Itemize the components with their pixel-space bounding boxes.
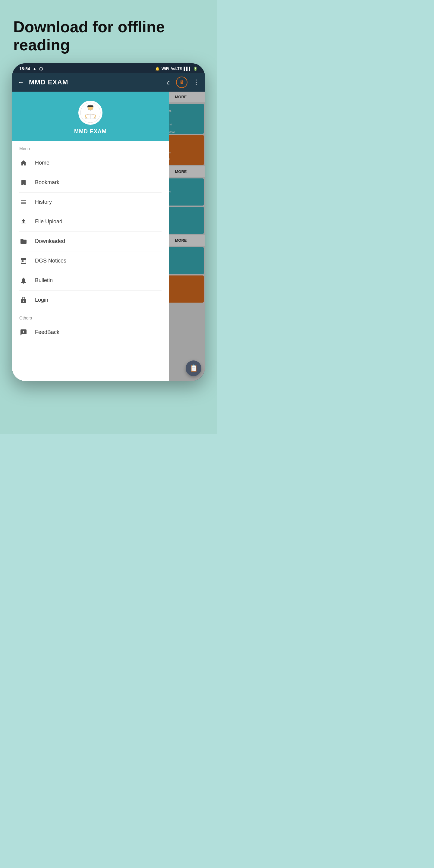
menu-label-bulletin: Bulletin <box>35 277 53 284</box>
volte-icon: VoLTE <box>171 67 182 71</box>
drawer-title: MMD EXAM <box>74 128 107 135</box>
app-bar-title: MMD EXAM <box>29 79 162 86</box>
page-background: Download for offline reading 18:54 ▲ ⬡ 🔔… <box>0 0 217 434</box>
app-bar-icons: ⌕ ♛ ⋮ <box>167 76 199 88</box>
menu-section-label: Menu <box>12 141 169 153</box>
menu-label-home: Home <box>35 160 50 166</box>
bell-icon <box>19 276 28 285</box>
drawer-body: Menu Home Bookmark <box>12 141 169 381</box>
lock-icon <box>19 296 28 304</box>
fab-icon: 📋 <box>190 364 198 372</box>
navigation-drawer: MMD EXAM Menu Home <box>12 92 169 381</box>
menu-item-bookmark[interactable]: Bookmark <box>12 173 169 192</box>
headline: Download for offline reading <box>0 12 217 63</box>
menu-item-history[interactable]: History <box>12 193 169 212</box>
menu-item-downloaded[interactable]: Downloaded <box>12 232 169 251</box>
menu-item-dgs-notices[interactable]: DGS Notices <box>12 251 169 271</box>
search-button[interactable]: ⌕ <box>167 79 170 86</box>
time-display: 18:54 <box>19 66 30 71</box>
main-area: MORE se II hkeeping,dling &nciesDPaper S… <box>12 92 205 381</box>
app-bar: ← MMD EXAM ⌕ ♛ ⋮ <box>12 73 205 92</box>
status-bar: 18:54 ▲ ⬡ 🔔 WiFi VoLTE ▌▌▌ 🔋 <box>12 63 205 73</box>
crown-icon: ♛ <box>179 79 184 86</box>
home-icon <box>19 159 28 167</box>
more-options-button[interactable]: ⋮ <box>193 79 199 86</box>
logo-svg <box>80 102 101 123</box>
menu-item-bulletin[interactable]: Bulletin <box>12 271 169 290</box>
wifi-icon: WiFi <box>161 67 169 71</box>
status-right: 🔔 WiFi VoLTE ▌▌▌ 🔋 <box>155 67 198 71</box>
bookmark-icon <box>19 179 28 187</box>
battery-icon: 🔋 <box>193 67 198 71</box>
feedback-icon <box>19 328 28 337</box>
crown-button[interactable]: ♛ <box>176 76 187 88</box>
menu-label-file-upload: File Upload <box>35 218 62 225</box>
phone-shell: 18:54 ▲ ⬡ 🔔 WiFi VoLTE ▌▌▌ 🔋 ← MMD EXAM … <box>12 63 205 381</box>
menu-item-feedback[interactable]: FeedBack <box>12 323 169 342</box>
nav-arrow-icon: ▲ <box>33 66 37 71</box>
back-button[interactable]: ← <box>18 79 24 86</box>
menu-label-downloaded: Downloaded <box>35 238 65 244</box>
menu-label-bookmark: Bookmark <box>35 179 59 186</box>
signal-icon: ▌▌▌ <box>184 67 191 71</box>
history-icon <box>19 198 28 207</box>
upload-icon <box>19 218 28 226</box>
fab-button[interactable]: 📋 <box>186 361 201 376</box>
alarm-icon: 🔔 <box>155 67 160 71</box>
data-saver-icon: ⬡ <box>39 66 43 71</box>
menu-label-dgs-notices: DGS Notices <box>35 258 66 264</box>
menu-label-history: History <box>35 199 52 205</box>
avatar <box>79 101 102 125</box>
calendar-icon <box>19 257 28 265</box>
menu-item-home[interactable]: Home <box>12 153 169 173</box>
menu-item-login[interactable]: Login <box>12 290 169 310</box>
menu-label-feedback: FeedBack <box>35 329 59 336</box>
others-section-label: Others <box>12 310 169 323</box>
drawer-header: MMD EXAM <box>12 92 169 141</box>
status-left: 18:54 ▲ ⬡ <box>19 66 43 71</box>
svg-rect-3 <box>87 106 93 107</box>
menu-label-login: Login <box>35 297 48 303</box>
menu-item-file-upload[interactable]: File Upload <box>12 212 169 231</box>
folder-icon <box>19 237 28 246</box>
